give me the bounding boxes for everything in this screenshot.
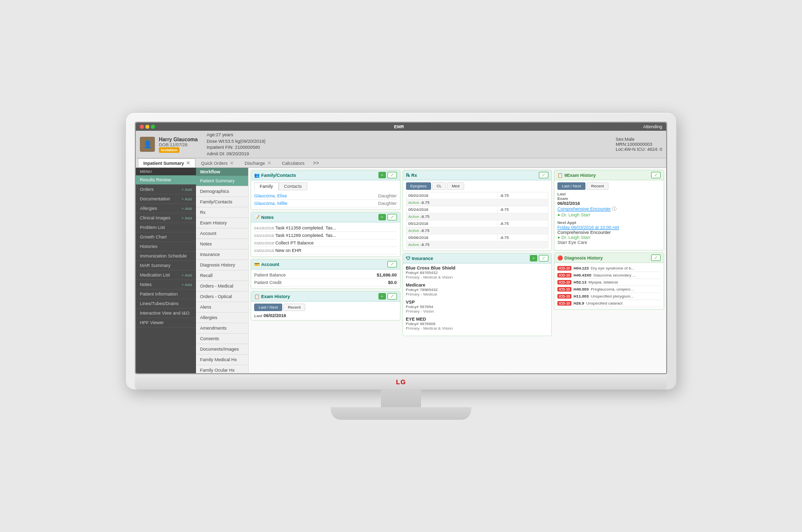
tab-calculators[interactable]: Calculators xyxy=(277,159,310,167)
exam-hist-btn-last-next[interactable]: Last / Next xyxy=(254,304,282,311)
sidebar-item-results-review[interactable]: Results Review xyxy=(136,175,196,185)
exam-history-bottom-title: 📋 Exam History xyxy=(254,294,290,299)
sidebar-item-histories[interactable]: Histories xyxy=(136,242,196,251)
sidebar-add-doc[interactable]: + Add xyxy=(181,197,192,201)
notes-panel: 📝 Notes + ⤢ xyxy=(251,212,400,257)
tab-close-discharge[interactable]: ✕ xyxy=(267,160,271,166)
sidebar-item-hpf[interactable]: HPF Viewer xyxy=(136,318,196,328)
summary-nav-exam-history[interactable]: Exam History xyxy=(196,218,248,228)
insurance-title: 🛡 Insurance xyxy=(406,256,434,261)
summary-nav-diagnosis-history[interactable]: Diagnosis History xyxy=(196,260,248,271)
family-member-name-2[interactable]: Glaucoma, Millie xyxy=(254,201,288,206)
workflow-label: Workflow xyxy=(196,168,248,176)
notes-title: 📝 Notes xyxy=(254,215,274,220)
rx-tab-eyeglass[interactable]: Eyeglass xyxy=(406,182,431,190)
sidebar-item-mar[interactable]: MAR Summary xyxy=(136,261,196,271)
insurance-expand-btn[interactable]: ⤢ xyxy=(539,255,548,261)
sidebar-item-orders[interactable]: Orders + Add xyxy=(136,185,196,194)
exam-history-right-expand-btn[interactable]: ⤢ xyxy=(651,172,661,178)
sidebar-item-immunization[interactable]: Immunization Schedule xyxy=(136,251,196,261)
family-contacts-add-btn[interactable]: + xyxy=(378,172,386,178)
summary-nav-rx[interactable]: Rx xyxy=(196,207,248,218)
summary-nav-orders-medical[interactable]: Orders - Medical xyxy=(196,281,248,292)
fc-tab-contacts[interactable]: Contacts xyxy=(279,182,308,190)
tab-quick-orders[interactable]: Quick Orders ✕ xyxy=(195,158,239,167)
insurance-add-btn[interactable]: + xyxy=(530,255,537,261)
insurance-title-text: Insurance xyxy=(412,256,434,261)
close-button[interactable] xyxy=(140,125,144,129)
account-balance-row: Patient Balance $1,696.00 xyxy=(254,272,397,279)
summary-nav-documents[interactable]: Documents/Images xyxy=(196,344,248,355)
maximize-button[interactable] xyxy=(151,125,155,129)
tab-close-inpatient[interactable]: ✕ xyxy=(186,160,190,166)
notes-expand-btn[interactable]: ⤢ xyxy=(387,214,397,220)
icd-desc-1: Dry eye syndrome of b... xyxy=(590,266,634,271)
sidebar-item-lines[interactable]: Lines/Tubes/Drains xyxy=(136,299,196,309)
notes-add-btn[interactable]: + xyxy=(378,214,386,220)
summary-nav-demographics[interactable]: Demographics xyxy=(196,186,248,197)
sidebar-item-problem-list[interactable]: Problem List xyxy=(136,223,196,232)
summary-nav-orders-optical[interactable]: Orders - Optical xyxy=(196,292,248,302)
summary-nav-allergies[interactable]: Allergies xyxy=(196,313,248,323)
patient-meta: Age:27 years Dose Wt:53.5 kg(09/20/2019)… xyxy=(207,132,266,157)
summary-nav-consents[interactable]: Consents xyxy=(196,334,248,344)
exam-hist-right-btn-last[interactable]: Last / Next xyxy=(557,182,585,190)
sidebar-add-notes[interactable]: + Add xyxy=(181,283,192,287)
summary-nav-account[interactable]: Account xyxy=(196,228,248,239)
sidebar-add-orders[interactable]: + Add xyxy=(181,187,192,192)
icd-badge-4: ICD-10 xyxy=(557,287,571,292)
summary-nav-recall[interactable]: Recall xyxy=(196,271,248,281)
rx-tab-med[interactable]: Med xyxy=(447,182,464,190)
tab-inpatient-summary[interactable]: Inpatient Summary ✕ xyxy=(138,158,195,167)
sidebar-item-clinical-images[interactable]: Clinical Images + Add xyxy=(136,213,196,223)
rx-tab-cl[interactable]: CL xyxy=(432,182,446,190)
exam-history-bottom-expand-btn[interactable]: ⤢ xyxy=(387,293,397,300)
avatar: 👤 xyxy=(140,137,155,152)
summary-nav-family-medical[interactable]: Family Medical Hx xyxy=(196,355,248,365)
icd-code-5: H11.003 xyxy=(573,294,588,299)
exam-hist-right-btn-recent[interactable]: Recent xyxy=(586,182,608,190)
sidebar-item-allergies[interactable]: Allergies + Add xyxy=(136,204,196,213)
rx-row-2: 05/24/2016 -8.75 xyxy=(406,206,548,213)
tab-more-button[interactable]: >> xyxy=(310,159,322,167)
last-exam-type-link[interactable]: Comprehensive Encounter xyxy=(557,206,611,211)
sidebar-item-notes[interactable]: Notes + Add xyxy=(136,280,196,290)
sidebar-add-medication[interactable]: + Add xyxy=(181,273,192,278)
icd-badge-1: ICD-10 xyxy=(557,266,571,271)
account-credit-row: Patient Credit $0.0 xyxy=(254,279,397,287)
summary-nav-amendments[interactable]: Amendments xyxy=(196,323,248,334)
summary-nav-alens[interactable]: Alens xyxy=(196,302,248,313)
sidebar-item-growth-chart[interactable]: Growth Chart xyxy=(136,232,196,242)
sidebar-add-allergies[interactable]: + Add xyxy=(181,206,192,211)
sidebar-item-documentation[interactable]: Documentation + Add xyxy=(136,194,196,204)
window-controls xyxy=(140,125,155,129)
exam-history-right-title: 📋 9 Exam History xyxy=(557,173,596,178)
sidebar-item-medication[interactable]: Medication List + Add xyxy=(136,271,196,280)
tab-discharge[interactable]: Discharge ✕ xyxy=(239,158,277,167)
summary-nav-family-contacts[interactable]: Family/Contacts xyxy=(196,197,248,207)
account-expand-btn[interactable]: ⤢ xyxy=(387,261,397,268)
summary-nav-insurance[interactable]: Insurance xyxy=(196,249,248,260)
tab-close-quick[interactable]: ✕ xyxy=(230,160,234,166)
family-contacts-expand-btn[interactable]: ⤢ xyxy=(387,172,397,178)
fc-tab-family[interactable]: Family xyxy=(254,182,279,190)
exam-history-bottom-add-btn[interactable]: + xyxy=(378,293,386,300)
exam-hist-btn-recent[interactable]: Recent xyxy=(283,304,305,311)
next-appt-date-link[interactable]: Friday 06/03/2016 at 10:00 AM xyxy=(557,225,619,230)
family-member-row-2: Glaucoma, Millie Daughter xyxy=(254,200,397,207)
icd-badge-6: ICD-10 xyxy=(557,301,571,306)
sidebar-add-clinical[interactable]: + Add xyxy=(181,216,192,220)
sidebar-item-interactive[interactable]: Interactive View and I&O xyxy=(136,309,196,318)
sidebar-item-patient-info[interactable]: Patient Information xyxy=(136,290,196,299)
patient-age: Age:27 years xyxy=(207,132,266,138)
rx-expand-btn[interactable]: ⤢ xyxy=(539,172,548,178)
family-member-name-1[interactable]: Glaucoma, Elise xyxy=(254,193,287,198)
summary-nav-family-ocular[interactable]: Family Ocular Hx xyxy=(196,365,248,373)
summary-nav-patient-summary[interactable]: Patient Summary xyxy=(196,176,248,186)
icd-desc-6: Unspecified cataract xyxy=(586,301,623,306)
diagnosis-history-expand-btn[interactable]: ⤢ xyxy=(651,254,661,261)
sidebar-label-growth: Growth Chart xyxy=(140,234,167,239)
minimize-button[interactable] xyxy=(145,125,149,129)
summary-nav-notes[interactable]: Notes xyxy=(196,239,248,249)
insurance-item-3: VSP Policy# 567894 Primary - Vision xyxy=(406,300,549,314)
